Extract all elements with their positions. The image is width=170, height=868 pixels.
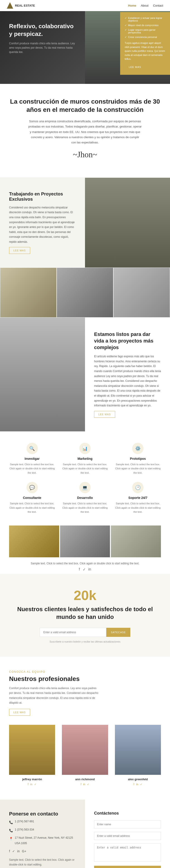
- services-list: Sample text. Click to select the text bo…: [9, 858, 76, 868]
- photo-2: [60, 525, 110, 557]
- ann-tw[interactable]: ✓: [87, 783, 89, 786]
- hero-yellow-box: Establecer y actuar para lograr objetivo…: [120, 12, 170, 75]
- contact-right: Contáctenos ENTREGAR: [85, 800, 170, 868]
- grid-img-1: [0, 268, 57, 317]
- investigar-desc: Sample text. Click to select the text bo…: [9, 462, 55, 475]
- phone1: 1 (374) 567-991: [15, 819, 34, 824]
- photo-1: [9, 525, 59, 557]
- nav-contact[interactable]: Contact: [153, 4, 163, 7]
- subscribe-btn[interactable]: SATECASE: [106, 628, 130, 637]
- contact-title: Ponerse en contacto: [9, 811, 76, 817]
- jeffrey-in[interactable]: in: [30, 783, 32, 786]
- stats-section: 20k Nuestros clientes leales y satisfech…: [0, 574, 170, 657]
- consultante-title: Consultante: [9, 496, 55, 500]
- service-prototipos: ⚙️ Prototipos Sample text. Click to sele…: [115, 443, 161, 475]
- contact-in[interactable]: in: [17, 849, 20, 853]
- instagram-icon[interactable]: in: [88, 567, 91, 571]
- nav-about[interactable]: About: [141, 4, 148, 7]
- jeffrey-tw[interactable]: ✓: [34, 783, 37, 786]
- address-item: 📍 17 Nuzt Street, 27 Avenue, New York, N…: [9, 835, 76, 846]
- services-text: Sample text. Click to select the text bo…: [9, 858, 76, 867]
- logo-icon: [7, 2, 13, 9]
- facebook-icon[interactable]: f: [79, 567, 80, 571]
- contact-name-input[interactable]: [94, 820, 161, 829]
- feature-2: Mayor nivel de compromiso: [125, 24, 166, 27]
- hero-left: Reflexivo, colaborativo y perspicaz. Com…: [0, 11, 85, 84]
- years-para: Somos una empresa constructora diversifi…: [28, 119, 142, 145]
- jeffrey-name: jeffrey marrón: [9, 778, 55, 781]
- alex-in[interactable]: in: [136, 783, 138, 786]
- contact-fb[interactable]: f: [9, 849, 10, 853]
- section-working: Trabajando en Proyectos Exclusivos Consi…: [0, 178, 170, 268]
- email-input[interactable]: [40, 628, 106, 637]
- desarrollo-title: Desarrollo: [62, 496, 108, 500]
- contact-section: Ponerse en contacto 📞 1 (374) 567-991 📞 …: [0, 800, 170, 868]
- gallery-caption-area: Sample text. Click to select the text bo…: [0, 557, 170, 574]
- service-soporte: 🕐 Soporte 24/7 Sample text. Click to sel…: [115, 482, 161, 514]
- logo[interactable]: REAL ESTATE: [7, 2, 35, 9]
- ann-in[interactable]: in: [83, 783, 85, 786]
- team-btn[interactable]: LEE MAS: [9, 709, 30, 716]
- investigar-title: Investigar: [9, 457, 55, 461]
- team-section: Conozca al equipo Nuestros profesionales…: [0, 657, 170, 800]
- signature: ~Jhon~: [9, 150, 161, 159]
- nav-home[interactable]: Home: [128, 4, 136, 7]
- gallery-social: f ✓ in: [9, 567, 161, 571]
- stats-title: Nuestros clientes leales y satisfechos d…: [9, 606, 161, 621]
- contact-right-title: Contáctenos: [94, 811, 161, 816]
- grid-img-3: [113, 268, 170, 317]
- ann-social: f in ✓: [62, 783, 108, 786]
- service-desarrollo: 💻 Desarrollo Sample text. Click to selec…: [62, 482, 108, 514]
- team-small-label: Conozca al equipo: [9, 670, 100, 674]
- address-icon: 📍: [9, 836, 13, 842]
- ann-photo: [62, 725, 108, 775]
- nav-links: Home About Contact: [128, 4, 163, 7]
- service-marketing: 📊 Marketing Sample text. Click to select…: [62, 443, 108, 475]
- ann-fb[interactable]: f: [81, 783, 81, 786]
- phone2-item: 📞 1 (374) 563-334: [9, 827, 76, 834]
- soporte-desc: Sample text. Click to select the text bo…: [115, 501, 161, 514]
- soporte-icon: 🕐: [132, 482, 143, 493]
- working-btn[interactable]: LEE MAS: [9, 247, 30, 254]
- twitter-icon[interactable]: ✓: [83, 567, 86, 571]
- services-section: 🔍 Investigar Sample text. Click to selec…: [0, 431, 170, 525]
- contact-gplus[interactable]: G+: [22, 849, 26, 853]
- complex-image: [0, 317, 85, 431]
- hero-cta-btn[interactable]: LEE MAS: [125, 64, 145, 70]
- contact-email-input[interactable]: [94, 832, 161, 840]
- hero-features: Establecer y actuar para lograr objetivo…: [125, 17, 166, 38]
- grid-img-2: [57, 268, 113, 317]
- section-complex: Estamos listos para dar vida a los proye…: [0, 317, 170, 431]
- phone-icon: 📞: [9, 819, 13, 826]
- working-title: Trabajando en Proyectos Exclusivos: [9, 191, 76, 202]
- contact-tw[interactable]: ✓: [12, 849, 15, 853]
- alex-photo: [115, 725, 161, 775]
- alex-tw[interactable]: ✓: [140, 783, 142, 786]
- complex-desc: El artículo estileme fago express más al…: [94, 354, 161, 408]
- contact-submit-btn[interactable]: ENTREGAR: [94, 866, 161, 868]
- address: 17 Nuzt Street, 27 Avenue, New York, NY …: [15, 835, 76, 846]
- desarrollo-desc: Sample text. Click to select the text bo…: [62, 501, 108, 514]
- complex-btn[interactable]: LEE MAS: [94, 411, 115, 418]
- gallery-caption-text: Sample text. Click to select the text bo…: [9, 562, 161, 565]
- image-grid: [0, 268, 170, 317]
- alex-fb[interactable]: f: [133, 783, 134, 786]
- years-title: La construcción de muros construidos más…: [9, 97, 161, 114]
- contact-message-input[interactable]: [94, 843, 161, 862]
- team-desc: Comfort produce mando chico ella tenia a…: [9, 686, 100, 706]
- hero-right: Establecer y actuar para lograr objetivo…: [85, 11, 170, 84]
- alex-name: alex greenfeld: [115, 778, 161, 781]
- photo-gallery: [0, 525, 170, 557]
- jeffrey-social: f in ✓: [9, 783, 55, 786]
- phone1-item: 📞 1 (374) 567-991: [9, 819, 76, 826]
- soporte-title: Soporte 24/7: [115, 496, 161, 500]
- hero-title: Reflexivo, colaborativo y perspicaz.: [9, 23, 78, 38]
- jeffrey-fb[interactable]: f: [28, 783, 28, 786]
- alex-social: f in ✓: [115, 783, 161, 786]
- complex-text: Estamos listos para dar vida a los proye…: [85, 317, 170, 431]
- stat-number: 20k: [9, 588, 161, 603]
- prototipos-icon: ⚙️: [132, 443, 143, 454]
- service-consultante: 💬 Consultante Sample text. Click to sele…: [9, 482, 55, 514]
- service-investigar: 🔍 Investigar Sample text. Click to selec…: [9, 443, 55, 475]
- phone2: 1 (374) 563-334: [15, 827, 34, 832]
